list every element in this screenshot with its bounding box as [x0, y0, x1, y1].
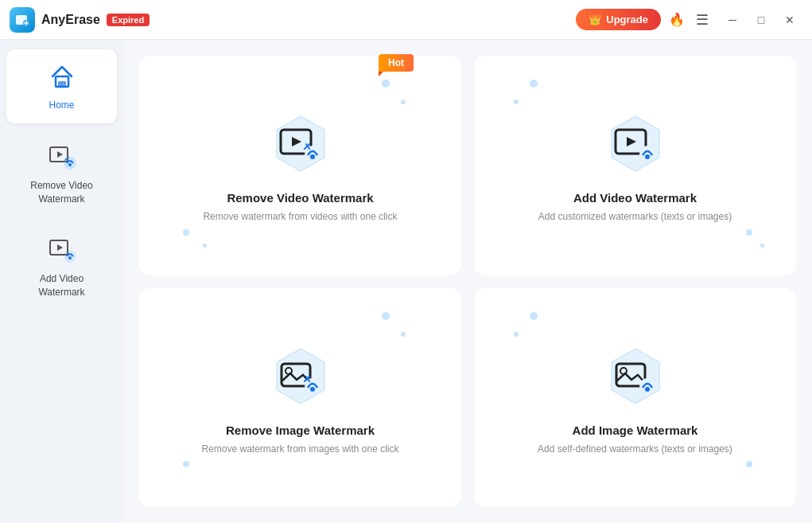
upgrade-label: Upgrade: [606, 14, 648, 25]
svg-point-28: [310, 387, 315, 392]
add-video-watermark-card[interactable]: Add Video Watermark Add customized water…: [474, 56, 796, 275]
title-left: AnyErase Expired: [10, 7, 150, 33]
decor-dot: [514, 100, 519, 104]
decor-dot: [514, 332, 519, 337]
close-button[interactable]: ✕: [777, 7, 802, 33]
cards-grid: Hot: [139, 56, 796, 507]
main-content: Hot: [123, 40, 812, 523]
card-icon-wrap: [261, 108, 340, 180]
crown-icon: 👑: [589, 14, 601, 25]
svg-marker-21: [627, 137, 636, 146]
remove-video-card-title: Remove Video Watermark: [227, 191, 373, 205]
svg-point-11: [68, 256, 72, 260]
remove-image-card-icon-wrap: [261, 341, 340, 412]
remove-video-watermark-card[interactable]: Hot: [139, 56, 461, 275]
svg-marker-14: [292, 137, 301, 146]
decor-dot: [746, 461, 752, 467]
decor-dot: [760, 244, 764, 248]
svg-point-23: [645, 154, 650, 159]
expired-badge: Expired: [107, 14, 150, 26]
remove-image-card-desc: Remove watermark from images with one cl…: [201, 443, 398, 455]
remove-image-card-icon: [279, 359, 322, 394]
add-video-card-icon-wrap: [596, 108, 675, 180]
decor-dot: [183, 461, 189, 467]
decor-dot: [203, 244, 207, 248]
app-logo: [10, 7, 35, 33]
hot-badge: Hot: [379, 54, 414, 72]
svg-marker-9: [57, 244, 63, 251]
decor-dot: [746, 229, 752, 236]
app-layout: Home Remove VideoWatermark Ad: [0, 40, 812, 523]
decor-dot: [401, 100, 406, 104]
decor-dot: [382, 80, 390, 88]
add-video-label: Add VideoWatermark: [38, 272, 84, 299]
decor-dot: [530, 312, 538, 320]
svg-point-7: [68, 163, 72, 166]
window-controls: ─ □ ✕: [720, 7, 802, 33]
add-image-card-icon: [614, 359, 657, 394]
decor-dot: [530, 80, 538, 88]
flame-icon: 🔥: [669, 12, 685, 27]
svg-point-35: [645, 387, 650, 392]
sidebar-item-remove-video[interactable]: Remove VideoWatermark: [6, 130, 117, 217]
remove-video-icon: [46, 141, 78, 173]
add-image-card-desc: Add self-defined watermarks (texts or im…: [538, 443, 732, 455]
decor-dot: [183, 229, 189, 236]
svg-rect-3: [58, 81, 66, 87]
add-video-card-title: Add Video Watermark: [573, 191, 697, 205]
sidebar-item-add-video[interactable]: Add VideoWatermark: [6, 223, 117, 310]
add-image-card-icon-wrap: [596, 341, 675, 412]
maximize-button[interactable]: □: [748, 7, 774, 33]
sidebar: Home Remove VideoWatermark Ad: [0, 40, 123, 523]
remove-video-card-icon: [279, 127, 322, 162]
home-label: Home: [49, 99, 74, 112]
svg-marker-5: [57, 151, 63, 158]
add-video-card-icon: [614, 127, 657, 162]
remove-image-card-title: Remove Image Watermark: [226, 423, 375, 437]
upgrade-button[interactable]: 👑 Upgrade: [576, 9, 661, 30]
home-icon: [46, 60, 78, 92]
title-bar: AnyErase Expired 👑 Upgrade 🔥 ☰ ─ □ ✕: [0, 0, 812, 40]
app-name: AnyErase: [41, 13, 100, 27]
sidebar-item-home[interactable]: Home: [6, 49, 117, 123]
menu-icon[interactable]: ☰: [693, 8, 712, 32]
remove-video-label: Remove VideoWatermark: [30, 179, 93, 206]
decor-dot: [382, 312, 390, 320]
add-image-watermark-card[interactable]: Add Image Watermark Add self-defined wat…: [474, 288, 796, 508]
add-video-card-desc: Add customized watermarks (texts or imag…: [538, 211, 732, 222]
svg-point-16: [310, 154, 315, 159]
minimize-button[interactable]: ─: [720, 7, 745, 33]
title-right: 👑 Upgrade 🔥 ☰ ─ □ ✕: [576, 7, 802, 33]
decor-dot: [401, 332, 406, 337]
add-image-card-title: Add Image Watermark: [573, 423, 698, 437]
add-video-icon: [46, 234, 78, 266]
remove-image-watermark-card[interactable]: Remove Image Watermark Remove watermark …: [139, 288, 461, 508]
remove-video-card-desc: Remove watermark from videos with one cl…: [203, 211, 397, 222]
